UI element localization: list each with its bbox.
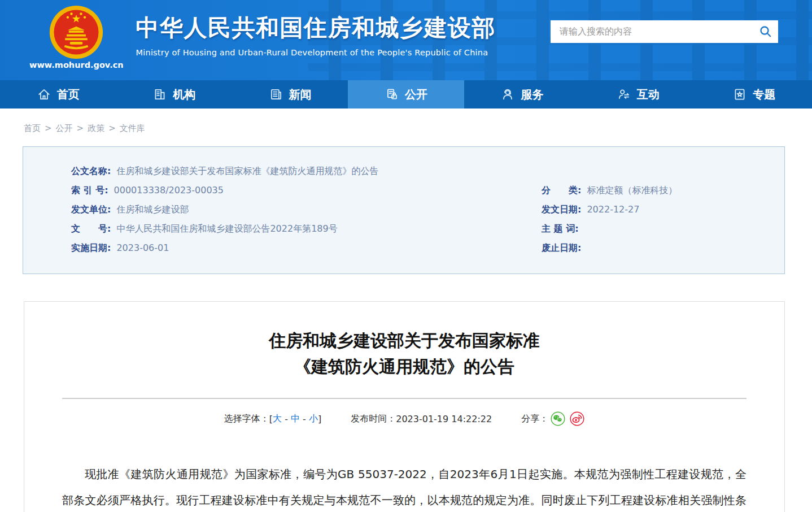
meta-row: 发文单位: 住房和城乡建设部 发文日期: 2022-12-27 bbox=[23, 200, 784, 219]
breadcrumb-separator: > bbox=[77, 123, 84, 133]
nav-item-topics[interactable]: 专题 bbox=[696, 80, 812, 109]
nav-label: 公开 bbox=[405, 87, 427, 102]
publish-time-group: 发布时间：2023-01-19 14:22:22 bbox=[351, 413, 492, 425]
meta-label-repeal-date: 废止日期: bbox=[542, 238, 581, 258]
nav-label: 专题 bbox=[753, 87, 775, 102]
weibo-share-icon[interactable] bbox=[570, 411, 584, 426]
article-title: 住房和城乡建设部关于发布国家标准 《建筑防火通用规范》的公告 bbox=[62, 328, 746, 380]
site-title: 中华人民共和国住房和城乡建设部 bbox=[136, 12, 496, 44]
search-box bbox=[551, 20, 778, 43]
service-agent-icon bbox=[500, 87, 515, 102]
title-divider bbox=[62, 398, 746, 399]
search-icon bbox=[759, 25, 772, 38]
breadcrumb-policy[interactable]: 政策 bbox=[88, 123, 104, 133]
article-title-line1: 住房和城乡建设部关于发布国家标准 bbox=[62, 328, 746, 354]
nav-label: 机构 bbox=[173, 87, 195, 102]
article-meta-row: 选择字体：[大 - 中 - 小] 发布时间：2023-01-19 14:22:2… bbox=[62, 411, 746, 426]
article-panel: 住房和城乡建设部关于发布国家标准 《建筑防火通用规范》的公告 选择字体：[大 -… bbox=[24, 301, 785, 512]
disclosure-lock-icon bbox=[385, 87, 399, 102]
meta-value-issue-date: 2022-12-27 bbox=[587, 200, 639, 219]
page: www.mohurd.gov.cn 中华人民共和国住房和城乡建设部 Minist… bbox=[0, 0, 812, 512]
font-size-label: 选择字体： bbox=[224, 413, 269, 425]
meta-label-category: 分 类: bbox=[542, 181, 581, 200]
search-button[interactable] bbox=[753, 20, 778, 43]
meta-label-doc-name: 公文名称: bbox=[71, 162, 111, 181]
site-title-english: Ministry of Housing and Urban-Rural Deve… bbox=[136, 48, 496, 57]
home-icon bbox=[37, 87, 51, 102]
publish-time-value: 2023-01-19 14:22:22 bbox=[396, 414, 492, 424]
font-size-selector: 选择字体：[大 - 中 - 小] bbox=[224, 413, 321, 425]
bracket-close: ] bbox=[318, 414, 321, 424]
document-meta-box: 公文名称: 住房和城乡建设部关于发布国家标准《建筑防火通用规范》的公告 索 引 … bbox=[23, 146, 785, 274]
nav-label: 首页 bbox=[57, 87, 80, 102]
meta-value-index-number: 000013338/2023-00035 bbox=[114, 181, 224, 200]
breadcrumb: 首页>公开>政策>文件库 bbox=[24, 123, 789, 134]
breadcrumb-separator: > bbox=[45, 123, 52, 133]
breadcrumb-home[interactable]: 首页 bbox=[24, 123, 41, 133]
wechat-share-icon[interactable] bbox=[551, 411, 565, 426]
nav-item-interaction[interactable]: 互动 bbox=[580, 80, 696, 109]
nav-label: 新闻 bbox=[289, 87, 312, 102]
meta-row: 实施日期: 2023-06-01 废止日期: bbox=[23, 238, 784, 258]
nav-item-home[interactable]: 首页 bbox=[0, 80, 116, 109]
meta-label-index-number: 索 引 号: bbox=[71, 181, 108, 200]
meta-row: 索 引 号: 000013338/2023-00035 分 类: 标准定额（标准… bbox=[23, 181, 784, 200]
main-nav: 首页 机构 新闻 公开 bbox=[0, 80, 812, 109]
nav-item-organization[interactable]: 机构 bbox=[116, 80, 232, 109]
nav-item-disclosure[interactable]: 公开 bbox=[348, 80, 464, 109]
meta-label-doc-number: 文 号: bbox=[71, 219, 111, 238]
meta-label-issue-date: 发文日期: bbox=[542, 200, 581, 219]
breadcrumb-library[interactable]: 文件库 bbox=[120, 123, 145, 133]
search-input[interactable] bbox=[551, 20, 753, 43]
news-icon bbox=[269, 87, 283, 102]
meta-label-issuing-unit: 发文单位: bbox=[71, 200, 111, 219]
nav-label: 互动 bbox=[637, 87, 660, 102]
font-size-large[interactable]: 大 bbox=[273, 413, 282, 425]
publish-time-label: 发布时间： bbox=[351, 413, 396, 425]
national-emblem-icon bbox=[49, 5, 104, 60]
article-title-line2: 《建筑防火通用规范》的公告 bbox=[62, 354, 746, 380]
breadcrumb-disclosure[interactable]: 公开 bbox=[56, 123, 73, 133]
share-group: 分享： bbox=[521, 411, 584, 426]
site-url: www.mohurd.gov.cn bbox=[29, 60, 124, 70]
font-size-small[interactable]: 小 bbox=[309, 413, 318, 425]
breadcrumb-separator: > bbox=[108, 123, 116, 133]
nav-label: 服务 bbox=[521, 87, 543, 102]
meta-value-category: 标准定额（标准科技） bbox=[587, 181, 677, 200]
meta-row: 公文名称: 住房和城乡建设部关于发布国家标准《建筑防火通用规范》的公告 bbox=[23, 162, 784, 181]
font-size-medium[interactable]: 中 bbox=[291, 413, 300, 425]
meta-label-effective-date: 实施日期: bbox=[71, 238, 111, 258]
interaction-icon bbox=[617, 87, 631, 102]
site-logo[interactable]: www.mohurd.gov.cn bbox=[29, 5, 124, 70]
meta-value-issuing-unit: 住房和城乡建设部 bbox=[116, 200, 189, 219]
topics-star-icon bbox=[732, 87, 747, 102]
nav-item-news[interactable]: 新闻 bbox=[232, 80, 348, 109]
site-header: www.mohurd.gov.cn 中华人民共和国住房和城乡建设部 Minist… bbox=[0, 0, 812, 80]
organization-icon bbox=[152, 87, 167, 102]
nav-item-service[interactable]: 服务 bbox=[464, 80, 580, 109]
meta-label-subject-words: 主 题 词: bbox=[542, 219, 579, 238]
font-size-dash: - bbox=[300, 414, 309, 424]
meta-value-effective-date: 2023-06-01 bbox=[116, 238, 169, 258]
meta-value-doc-number: 中华人民共和国住房和城乡建设部公告2022年第189号 bbox=[116, 219, 337, 238]
share-label: 分享： bbox=[521, 413, 548, 425]
meta-row: 文 号: 中华人民共和国住房和城乡建设部公告2022年第189号 主 题 词: bbox=[23, 219, 784, 238]
meta-value-doc-name: 住房和城乡建设部关于发布国家标准《建筑防火通用规范》的公告 bbox=[116, 162, 378, 181]
article-body-paragraph: 现批准《建筑防火通用规范》为国家标准，编号为GB 55037-2022，自202… bbox=[62, 461, 746, 512]
font-size-dash: - bbox=[282, 414, 291, 424]
